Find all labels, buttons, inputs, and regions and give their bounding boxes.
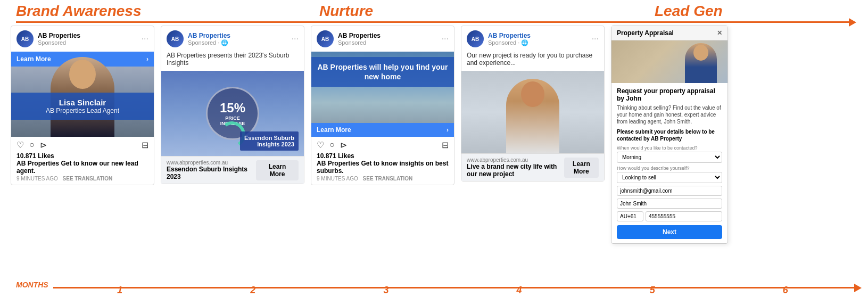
card-2-footer-title: Essendon Suburb Insights 2023 bbox=[167, 166, 256, 180]
card-5-label-describe: How would you describe yourself? bbox=[617, 166, 722, 171]
card-5-email-input[interactable] bbox=[617, 186, 722, 196]
card-3-menu-dots[interactable]: ··· bbox=[442, 34, 449, 44]
card-4-learn-more-btn[interactable]: Learn More bbox=[564, 158, 599, 178]
card-1-avatar: AB bbox=[16, 30, 34, 47]
card-3-chevron-icon: › bbox=[447, 126, 449, 134]
card-5-header: Property Appraisal ✕ bbox=[611, 26, 728, 40]
card-4-footer-title: Live a brand new city life with our new … bbox=[467, 163, 564, 178]
card-3-caption-user: AB Properties bbox=[317, 160, 359, 167]
card-4-body-text: Our new project is ready for you to purc… bbox=[461, 52, 604, 71]
card-5-appraisal-subtitle: Please submit your details below to be c… bbox=[617, 128, 722, 142]
card-5-face bbox=[693, 45, 708, 61]
card-2-image: 15% PRICEINCREASE Essendon Suburb Insigh… bbox=[161, 71, 304, 156]
phase-brand-awareness: Brand Awareness bbox=[16, 3, 142, 20]
card-3-account-name: AB Properties bbox=[338, 32, 381, 39]
phase-nurture: Nurture bbox=[319, 3, 373, 20]
card-5-title: Property Appraisal bbox=[617, 29, 674, 37]
card-2-body-text: AB Properties presents their 2023's Subu… bbox=[161, 52, 304, 71]
card-5-appraisal-title: Request your property appraisal by John bbox=[617, 87, 722, 102]
card-4-avatar: AB bbox=[467, 30, 484, 47]
card-1-see-translation[interactable]: SEE TRANSLATION bbox=[63, 176, 113, 182]
card-5-fullname-input[interactable] bbox=[617, 199, 722, 209]
card-3-instagram-nurture: AB AB Properties Sponsored ··· AB Proper… bbox=[311, 26, 454, 185]
card-3-like-icon[interactable]: ♡ bbox=[317, 140, 324, 150]
card-4-person-silhouette bbox=[506, 79, 559, 153]
card-2-footer-url: www.abproperties.com.au bbox=[167, 160, 256, 166]
cards-container: AB AB Properties Sponsored ··· Lisa Sinc… bbox=[11, 26, 857, 270]
month-numbers-row: 1 2 3 4 5 6 bbox=[53, 285, 852, 296]
card-3-image: AB Properties will help you find your ne… bbox=[311, 52, 454, 137]
card-2-facebook-suburb: AB AB Properties Sponsored · 🌐 ··· AB Pr… bbox=[161, 26, 304, 184]
card-5-phone-row bbox=[617, 211, 722, 221]
card-1-name-overlay: Lisa Sinclair AB Properties Lead Agent bbox=[11, 93, 154, 120]
card-3-comment-icon[interactable]: ○ bbox=[329, 140, 335, 150]
card-5-label-when: When would you like to be contacted? bbox=[617, 145, 722, 151]
card-5-next-btn[interactable]: Next bbox=[617, 225, 722, 239]
card-1-image: Lisa Sinclair AB Properties Lead Agent L… bbox=[11, 52, 154, 137]
card-2-badge: Essendon Suburb Insights 2023 bbox=[240, 131, 299, 151]
card-1-sponsored: Sponsored bbox=[38, 39, 80, 46]
card-1-like-icon[interactable]: ♡ bbox=[16, 140, 24, 150]
card-5-appraisal-form: Property Appraisal ✕ Request your proper… bbox=[611, 26, 728, 244]
card-1-chevron-icon: › bbox=[146, 55, 148, 63]
card-2-footer: www.abproperties.com.au Essendon Suburb … bbox=[161, 156, 304, 184]
card-5-form-body: Request your property appraisal by John … bbox=[611, 83, 728, 243]
card-1-comment-icon[interactable]: ○ bbox=[29, 140, 35, 150]
card-4-facebook-project: AB AB Properties Sponsored · 🌐 ··· Our n… bbox=[461, 26, 605, 182]
card-3-likes: 10.871 Likes bbox=[311, 152, 454, 160]
card-5-select-when[interactable]: Morning bbox=[617, 152, 722, 163]
card-3-sponsored: Sponsored bbox=[338, 39, 381, 46]
card-1-likes: 10.871 Likes bbox=[11, 152, 154, 160]
card-3-see-translation[interactable]: SEE TRANSLATION bbox=[363, 176, 413, 182]
card-5-appraisal-desc: Thinking about selling? Find out the val… bbox=[617, 104, 722, 125]
card-2-learn-more-btn[interactable]: Learn More bbox=[256, 160, 299, 180]
card-4-account-name: AB Properties bbox=[488, 32, 531, 39]
card-5-select-describe[interactable]: Looking to sell bbox=[617, 172, 722, 183]
card-1-actions: ♡ ○ ⊳ ⊟ bbox=[11, 137, 154, 152]
card-4-face bbox=[521, 81, 544, 107]
card-1-save-icon[interactable]: ⊟ bbox=[142, 140, 148, 150]
card-3-learn-more-btn[interactable]: Learn More › bbox=[311, 123, 454, 137]
card-1-time: 9 MINUTES AGO SEE TRANSLATION bbox=[11, 176, 154, 185]
month-6: 6 bbox=[783, 285, 788, 296]
card-4-footer-url: www.abproperties.com.au bbox=[467, 157, 564, 163]
card-1-share-icon[interactable]: ⊳ bbox=[40, 140, 47, 150]
card-4-header: AB AB Properties Sponsored · 🌐 ··· bbox=[461, 26, 604, 52]
card-1-account-name: AB Properties bbox=[38, 32, 80, 39]
bottom-timeline: MONTHS 1 2 3 4 5 6 bbox=[0, 270, 868, 297]
card-4-menu-dots[interactable]: ··· bbox=[592, 34, 599, 44]
card-3-time: 9 MINUTES AGO SEE TRANSLATION bbox=[311, 176, 454, 185]
card-1-overlay-title: AB Properties Lead Agent bbox=[16, 107, 148, 114]
card-5-country-code[interactable] bbox=[617, 211, 643, 221]
card-2-account-name: AB Properties bbox=[188, 32, 230, 39]
card-5-person-silhouette bbox=[685, 43, 717, 83]
card-2-menu-dots[interactable]: ··· bbox=[292, 34, 299, 44]
card-3-header: AB AB Properties Sponsored ··· bbox=[311, 26, 454, 52]
card-1-overlay-name: Lisa Sinclair bbox=[16, 98, 148, 107]
card-3-actions: ♡ ○ ⊳ ⊟ bbox=[311, 137, 454, 152]
card-3-share-icon[interactable]: ⊳ bbox=[340, 140, 347, 150]
month-1: 1 bbox=[117, 285, 122, 296]
card-1-menu-dots[interactable]: ··· bbox=[142, 34, 148, 44]
card-3-caption: AB Properties Get to know insights on be… bbox=[311, 160, 454, 176]
card-1-header: AB AB Properties Sponsored ··· bbox=[11, 26, 154, 52]
card-2-avatar: AB bbox=[167, 30, 184, 47]
card-3-overlay-text: AB Properties will help you find your ne… bbox=[311, 57, 454, 87]
top-timeline-arrow bbox=[16, 21, 852, 23]
card-3-avatar: AB bbox=[317, 30, 334, 47]
card-1-caption-user: AB Properties bbox=[16, 160, 59, 167]
card-2-sponsored: Sponsored · 🌐 bbox=[188, 39, 230, 46]
month-5: 5 bbox=[650, 285, 655, 296]
card-5-phone-input[interactable] bbox=[646, 211, 722, 221]
card-1-face bbox=[69, 60, 96, 89]
card-3-save-icon[interactable]: ⊟ bbox=[442, 140, 449, 150]
card-1-caption: AB Properties Get to know our new lead a… bbox=[11, 160, 154, 176]
card-5-close-icon[interactable]: ✕ bbox=[717, 29, 722, 37]
month-2: 2 bbox=[250, 285, 255, 296]
card-4-sponsored: Sponsored · 🌐 bbox=[488, 39, 531, 46]
card-5-hero-image bbox=[611, 40, 728, 83]
card-4-image bbox=[461, 71, 604, 153]
month-3: 3 bbox=[383, 285, 388, 296]
phase-lead-gen: Lead Gen bbox=[655, 3, 723, 20]
months-label: MONTHS bbox=[16, 280, 48, 289]
